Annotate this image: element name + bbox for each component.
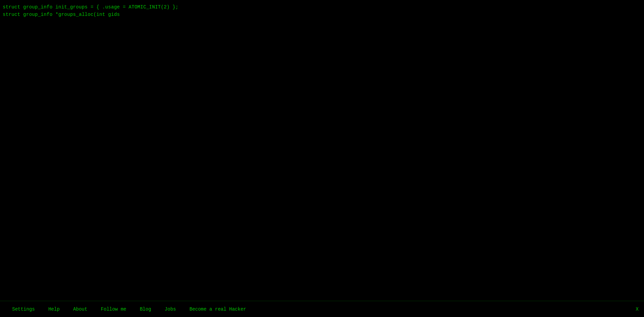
- footer-bar: SettingsHelpAboutFollow meBlogJobsBecome…: [0, 301, 644, 317]
- footer-link-become-hacker[interactable]: Become a real Hacker: [183, 307, 253, 312]
- footer-link-settings[interactable]: Settings: [5, 307, 41, 312]
- footer-link-about[interactable]: About: [66, 307, 94, 312]
- code-editor: struct group_info init_groups = { .usage…: [0, 0, 644, 301]
- code-line-2: struct group_info *groups_alloc(int gids: [3, 11, 641, 18]
- footer-close-button[interactable]: X: [636, 307, 639, 312]
- code-line-0: struct group_info init_groups = { .usage…: [3, 3, 641, 11]
- footer-link-blog[interactable]: Blog: [133, 307, 158, 312]
- footer-link-help[interactable]: Help: [41, 307, 66, 312]
- footer-link-follow-me[interactable]: Follow me: [94, 307, 133, 312]
- footer-link-jobs[interactable]: Jobs: [158, 307, 183, 312]
